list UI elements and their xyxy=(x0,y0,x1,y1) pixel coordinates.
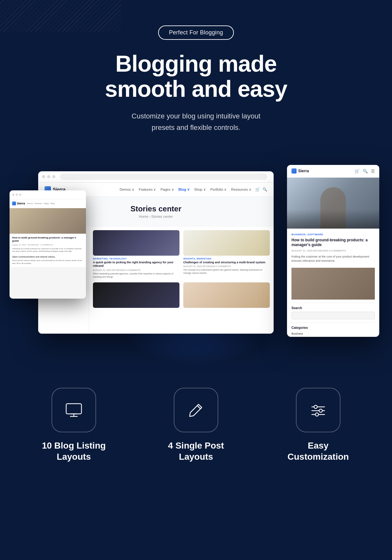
browser-dot-yellow xyxy=(47,175,50,178)
mockup-section: Sierra Demos ∨ Features ∨ Pages ∨ Blog ∨… xyxy=(0,165,392,350)
right-post-meta: AUGUST 21, 2023 KEYDESIGN 3 COMMENTS xyxy=(291,249,375,252)
monitor-icon xyxy=(64,401,83,420)
nav-features: Features ∨ xyxy=(139,188,156,192)
browser-address-bar xyxy=(60,174,267,180)
feature-item-1: 10 Blog Listing Layouts xyxy=(19,388,129,462)
post-img-1 xyxy=(93,230,179,256)
post-meta-2: AUGUST 21, 2023 KEYDESIGN 3 COMMENTS xyxy=(183,265,270,267)
post-tags-1: MARKETING, TECHNOLOGY xyxy=(93,258,179,260)
rcat-guides: Guides xyxy=(291,336,375,337)
blog-post-card-4 xyxy=(183,282,270,310)
right-categories: Business Guides Insights Marketing Softw… xyxy=(291,331,375,337)
post-tags-2: INSIGHTS, MARKETING xyxy=(183,258,270,260)
small-more-text: Since yet the various details open commu… xyxy=(12,259,83,265)
right-nav-icons: 🛒 🔍 ☰ xyxy=(354,169,375,174)
search-icon: 🔍 xyxy=(262,187,267,192)
feature-item-3: Easy Customization xyxy=(263,388,373,462)
small-post-meta: August 12, 2023 · KEYDESIGN · 2 COMMENTS xyxy=(12,244,83,246)
right-content-area: BUSINESS, SOFTWARE How to build ground-b… xyxy=(287,229,379,337)
edit-icon xyxy=(186,401,206,420)
right-second-image-inner xyxy=(291,268,375,300)
blog-post-card-3 xyxy=(93,282,179,310)
right-search-title: Search xyxy=(291,303,375,310)
blog-posts-row-2 xyxy=(93,282,270,310)
feature-icon-box-1 xyxy=(52,388,96,432)
blog-post-card-2: INSIGHTS, MARKETING Challenges of creati… xyxy=(183,230,270,279)
customization-icon xyxy=(309,401,328,420)
nav-icon-area: 🛒 🔍 xyxy=(255,187,267,192)
feature-icon-box-2 xyxy=(174,388,218,432)
post-img-3 xyxy=(93,282,179,308)
header-section: Perfect For Blogging Blogging made smoot… xyxy=(0,0,392,165)
small-open-communication: Open communication and shared values. xyxy=(12,256,83,258)
small-logo-text: Sierra xyxy=(17,202,25,205)
nav-demos: Demos ∨ xyxy=(120,188,134,192)
feature-item-2: 4 Single Post Layouts xyxy=(141,388,251,462)
blog-post-card-1: MARKETING, TECHNOLOGY A quick guide to p… xyxy=(93,230,179,279)
post-title-2: Challenges of creating and structuring a… xyxy=(183,261,270,265)
browser-dot-green xyxy=(52,175,55,178)
small-nav: Sierra Demos Features Pages Blog xyxy=(10,199,86,208)
svg-point-8 xyxy=(314,405,317,408)
right-hero-overlay xyxy=(287,209,379,229)
right-logo-text: Sierra xyxy=(298,169,309,173)
tag-badge: Perfect For Blogging xyxy=(158,25,234,40)
small-post-title: How to build ground-breaking products: a… xyxy=(12,236,83,243)
main-title: Blogging made smooth and easy xyxy=(0,51,392,102)
browser-bar xyxy=(38,171,274,183)
feature-icon-box-3 xyxy=(296,388,340,432)
post-img-4 xyxy=(183,282,270,308)
post-meta-1: AUGUST 21, 2023 KEYDESIGN 3 COMMENTS xyxy=(93,269,179,271)
right-categories-title: Categories xyxy=(291,323,375,330)
rcat-business: Business xyxy=(291,331,375,336)
cart-icon: 🛒 xyxy=(255,187,260,192)
right-post-tags: BUSINESS, SOFTWARE xyxy=(291,233,375,236)
right-hero-image xyxy=(287,178,379,229)
post-excerpt-2: The concept of a multi-brand system has … xyxy=(183,268,270,275)
nav-portfolio: Portfolio ∨ xyxy=(210,188,227,192)
feature-title-1: 10 Blog Listing Layouts xyxy=(42,440,106,462)
small-hero-image xyxy=(10,208,86,234)
post-img-2 xyxy=(183,230,270,256)
nav-shop: Shop ∨ xyxy=(194,188,206,192)
right-search-box xyxy=(291,312,375,319)
right-post-excerpt: Putting the customer at the core of your… xyxy=(291,255,375,263)
post-excerpt-1: When evaluating potential agencies, cons… xyxy=(93,272,179,279)
subtitle-text: Customize your blog using intuitive layo… xyxy=(120,110,272,133)
small-dot-2 xyxy=(16,194,18,196)
right-second-image xyxy=(291,268,375,300)
svg-point-9 xyxy=(319,409,322,412)
right-menu-icon: ☰ xyxy=(371,169,375,174)
svg-point-10 xyxy=(315,413,318,416)
browser-small-left-mockup: Sierra Demos Features Pages Blog How to … xyxy=(10,190,86,299)
right-browser-nav: Sierra 🛒 🔍 ☰ xyxy=(287,165,379,178)
nav-resources: Resources ∨ xyxy=(231,188,251,192)
blog-posts-row-1: MARKETING, TECHNOLOGY A quick guide to p… xyxy=(93,230,270,279)
small-post-text: Following up to build products for custo… xyxy=(12,247,83,253)
feature-title-2: 4 Single Post Layouts xyxy=(168,440,224,462)
small-dot-1 xyxy=(12,194,14,196)
right-cart-icon: 🛒 xyxy=(354,169,360,174)
small-logo: Sierra xyxy=(12,202,25,205)
blog-main-grid: MARKETING, TECHNOLOGY A quick guide to p… xyxy=(89,226,274,334)
right-logo-icon xyxy=(291,168,297,174)
right-search-icon: 🔍 xyxy=(363,169,368,174)
browser-dot-red xyxy=(42,175,45,178)
post-title-1: A quick guide to picking the right brand… xyxy=(93,261,179,268)
right-post-title: How to build ground-breaking products: a… xyxy=(291,238,375,248)
nav-blog: Blog ∨ xyxy=(178,188,190,192)
small-browser-bar xyxy=(10,190,86,199)
small-content: How to build ground-breaking products: a… xyxy=(10,234,86,267)
feature-title-3: Easy Customization xyxy=(288,440,349,462)
nav-pages: Pages ∨ xyxy=(160,188,174,192)
small-logo-icon xyxy=(12,202,16,205)
right-sierra-logo: Sierra xyxy=(291,168,309,174)
small-dot-3 xyxy=(19,194,21,196)
features-section: 10 Blog Listing Layouts 4 Single Post La… xyxy=(0,381,392,488)
nav-links: Demos ∨ Features ∨ Pages ∨ Blog ∨ Shop ∨… xyxy=(120,188,251,192)
small-nav-links: Demos Features Pages Blog xyxy=(27,202,55,204)
browser-right-mockup: Sierra 🛒 🔍 ☰ BUSINESS, SOFTWARE How to b… xyxy=(287,165,379,337)
svg-rect-0 xyxy=(66,404,81,414)
